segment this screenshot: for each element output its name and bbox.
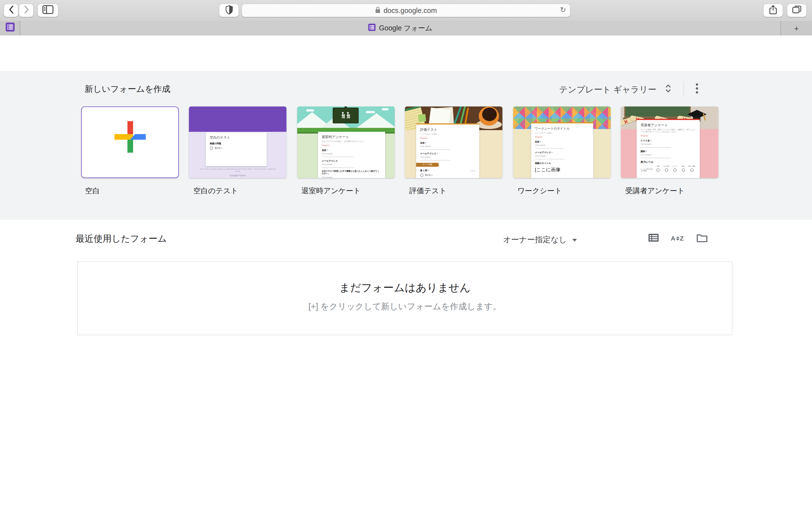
- safari-window: docs.google.com ↻ Google フォーム + Forms: [0, 0, 812, 507]
- template-card-label[interactable]: 受講者アンケート: [625, 186, 684, 196]
- list-view-icon: [648, 233, 659, 244]
- chevron-left-icon: [9, 6, 13, 15]
- refresh-icon[interactable]: ↻: [560, 6, 566, 14]
- tab-bar: Google フォーム +: [0, 21, 812, 36]
- kebab-icon: [696, 83, 698, 86]
- new-form-plus-icon: [114, 121, 146, 153]
- folder-icon: [696, 233, 708, 244]
- browser-toolbar: docs.google.com ↻: [0, 0, 812, 21]
- tabs-icon: [792, 5, 802, 16]
- forms-favicon: [368, 23, 375, 33]
- list-view-button[interactable]: [646, 231, 661, 245]
- template-card-exit-survey[interactable]: 退室時アンケート 今日このクラスを出る前に、次の質問に答えてください。 *Req…: [297, 107, 395, 178]
- template-card-blank-quiz[interactable]: 空白のテスト 無題の問題 選択肢 1 This content is neith…: [189, 107, 287, 178]
- template-card-label[interactable]: 空白のテスト: [193, 186, 238, 196]
- unfold-icon: [665, 83, 672, 95]
- template-card-worksheet[interactable]: ワークシートのタイトル ここにテキストを挿入。 *Required 名前 * Y…: [513, 107, 610, 178]
- sort-button[interactable]: A Z: [670, 231, 684, 245]
- sidebar-toggle-button[interactable]: [38, 4, 58, 17]
- privacy-report-button[interactable]: [219, 4, 239, 17]
- template-card-assessment[interactable]: 評価テスト ここにテキストを挿入。 *Required 名前 * Your an…: [405, 107, 502, 178]
- empty-state-subtitle: [+] をクリックして新しいフォームを作成します。: [78, 301, 732, 312]
- sort-az-icon: A Z: [671, 235, 683, 242]
- owner-filter-dropdown[interactable]: オーナー指定なし: [500, 234, 580, 245]
- share-icon: [769, 4, 777, 16]
- empty-state-panel: まだフォームはありません [+] をクリックして新しいフォームを作成します。: [77, 262, 732, 335]
- new-tab-button[interactable]: +: [780, 21, 812, 36]
- forms-app-header: Forms ECCS2016 Information Technology Ce…: [0, 36, 812, 71]
- template-card-blank[interactable]: [81, 107, 179, 178]
- template-card-label[interactable]: ワークシート: [517, 186, 562, 196]
- template-section-menu-button[interactable]: [690, 80, 704, 96]
- template-section: 新しいフォームを作成 テンプレート ギャラリー 空白 空白のテスト 無題の問題 …: [0, 71, 812, 220]
- shield-icon: [225, 5, 233, 16]
- sidebar-icon: [42, 5, 54, 16]
- lock-icon: [375, 5, 380, 15]
- tab-google-forms[interactable]: Google フォーム: [20, 21, 780, 36]
- url-text: docs.google.com: [384, 6, 437, 14]
- open-file-picker-button[interactable]: [695, 231, 709, 245]
- template-gallery-expand-button[interactable]: [663, 82, 673, 96]
- chevron-right-icon: [24, 6, 29, 15]
- tab-overview-button[interactable]: [787, 4, 806, 17]
- divider: [683, 81, 684, 97]
- template-gallery-button[interactable]: テンプレート ギャラリー: [559, 84, 656, 95]
- pinned-tab-google-forms[interactable]: [0, 21, 20, 36]
- forward-button[interactable]: [19, 4, 33, 17]
- template-card-label[interactable]: 空白: [85, 186, 100, 196]
- tab-title: Google フォーム: [379, 23, 432, 33]
- recent-forms-section: 最近使用したフォーム オーナー指定なし A Z まだフォームはありません [+]…: [0, 220, 812, 507]
- back-button[interactable]: [4, 4, 18, 17]
- recent-forms-title: 最近使用したフォーム: [75, 233, 167, 245]
- template-card-label[interactable]: 評価テスト: [409, 186, 447, 196]
- share-button[interactable]: [763, 4, 783, 17]
- chevron-down-icon: [573, 238, 577, 241]
- template-section-title: 新しいフォームを作成: [85, 84, 170, 95]
- template-card-label[interactable]: 退室時アンケート: [301, 186, 361, 196]
- template-card-course-evaluation[interactable]: 受講者アンケート コースの構成、内容、講師についてのご意見・ご感想など、修了した…: [621, 107, 718, 178]
- address-bar[interactable]: docs.google.com ↻: [242, 4, 570, 17]
- hiking-sign-illustration: [333, 108, 358, 123]
- forms-favicon: [5, 22, 14, 34]
- empty-state-title: まだフォームはありません: [78, 281, 732, 295]
